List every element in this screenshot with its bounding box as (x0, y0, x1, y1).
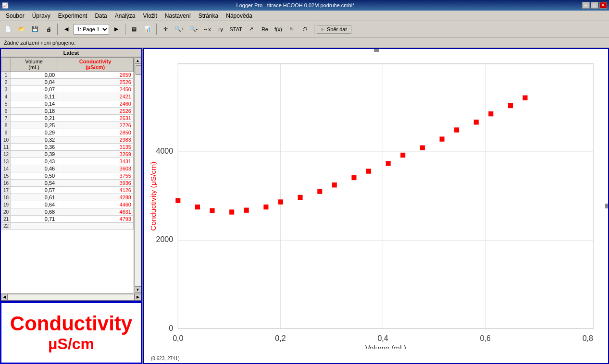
row-number: 17 (1, 187, 11, 194)
menu-nastaveni[interactable]: Nastavení (161, 12, 195, 20)
volume-cell: 0,61 (11, 194, 57, 201)
titlebar-controls[interactable]: ─ □ ✕ (582, 2, 607, 9)
scroll-left-arrow[interactable]: ◀ (1, 294, 8, 301)
back-button[interactable]: ◀ (60, 23, 73, 36)
svg-text:0,8: 0,8 (583, 334, 593, 342)
conductivity-cell: 2726 (57, 122, 134, 129)
table-row: 40,112421 (1, 93, 134, 100)
zoom-out-button[interactable]: 🔍- (187, 23, 199, 36)
crosshair-button[interactable]: ✛ (159, 23, 172, 36)
print-button[interactable]: 🖨 (42, 23, 55, 36)
conductivity-cell: 4793 (57, 216, 134, 223)
toolbar: 📄 📂 💾 🖨 ◀ 1: Page 1 ▶ ▦ 📊 ✛ 🔍+ 🔍- ↔x ↕y … (0, 21, 609, 37)
table-row: 22 (1, 223, 134, 230)
graph-button[interactable]: 📊 (141, 23, 154, 36)
menu-analyza[interactable]: Analýza (111, 12, 139, 20)
row-number: 16 (1, 180, 11, 187)
conductivity-cell (57, 223, 134, 230)
tool1-button[interactable]: ↗ (245, 23, 258, 36)
conductivity-header: Conductivity(μS/cm) (57, 58, 134, 72)
svg-text:2000: 2000 (156, 235, 173, 243)
row-number: 6 (1, 108, 11, 115)
main-content: Latest Volume(mL) Conductivity(μS/cm) 10… (0, 48, 609, 364)
row-number: 20 (1, 208, 11, 216)
minimize-button[interactable]: ─ (582, 2, 590, 9)
volume-cell: 0,71 (11, 216, 57, 223)
table-header: Latest (1, 49, 141, 57)
menu-vlozit[interactable]: Vložit (139, 12, 161, 20)
save-button[interactable]: 💾 (29, 23, 41, 36)
close-button[interactable]: ✕ (599, 2, 607, 9)
row-number: 9 (1, 129, 11, 136)
conductivity-cell: 2460 (57, 100, 134, 108)
conductivity-cell: 2631 (57, 115, 134, 122)
scroll-up-arrow[interactable]: ▲ (135, 57, 141, 64)
fit-x-button[interactable]: ↔x (200, 23, 213, 36)
conductivity-cell: 4460 (57, 201, 134, 208)
table-row: 70,212631 (1, 115, 134, 122)
data-point (488, 111, 493, 116)
collect-button[interactable]: ▶ Sběr dat (317, 25, 351, 34)
table-scrollbar[interactable]: ▲ ▼ (134, 57, 141, 293)
scroll-thumb[interactable] (136, 65, 141, 75)
menu-experiment[interactable]: Experiment (54, 12, 91, 20)
scroll-down-arrow[interactable]: ▼ (135, 286, 141, 293)
table-button[interactable]: ▦ (128, 23, 140, 36)
zoom-in-button[interactable]: 🔍+ (173, 23, 186, 36)
table-row: 150,503755 (1, 172, 134, 180)
data-point (366, 169, 371, 173)
conductivity-cell: 3269 (57, 151, 134, 158)
volume-cell: 0,14 (11, 100, 57, 108)
table-row: 20,042526 (1, 79, 134, 86)
row-number: 21 (1, 216, 11, 223)
new-button[interactable]: 📄 (2, 23, 14, 36)
table-row: 170,574126 (1, 187, 134, 194)
chart-inner: 0 2000 4000 0,0 0,2 0,4 0,6 0,8 Conducti… (144, 49, 608, 363)
tool4-button[interactable]: ≋ (286, 23, 298, 36)
timer-button[interactable]: ⏱ (299, 23, 311, 36)
data-table-container: Latest Volume(mL) Conductivity(μS/cm) 10… (0, 48, 142, 302)
table-wrapper[interactable]: Volume(mL) Conductivity(μS/cm) 10,002659… (1, 57, 134, 293)
fit-y-button[interactable]: ↕y (214, 23, 226, 36)
row-number: 22 (1, 223, 11, 230)
menu-soubor[interactable]: Soubor (2, 12, 28, 20)
volume-cell: 0,57 (11, 187, 57, 194)
svg-text:4000: 4000 (156, 146, 173, 155)
open-button[interactable]: 📂 (15, 23, 28, 36)
table-row: 180,614288 (1, 194, 134, 201)
data-point (386, 161, 391, 166)
page-select[interactable]: 1: Page 1 (74, 24, 109, 35)
menu-stranka[interactable]: Stránka (195, 12, 222, 20)
row-number: 18 (1, 194, 11, 201)
hscrollbar[interactable]: ◀ ▶ (1, 293, 141, 301)
forward-button[interactable]: ▶ (110, 23, 123, 36)
hscroll-track[interactable] (8, 294, 135, 301)
row-number: 15 (1, 172, 11, 180)
chart-area: 0 2000 4000 0,0 0,2 0,4 0,6 0,8 Conducti… (143, 48, 609, 364)
data-table: Volume(mL) Conductivity(μS/cm) 10,002659… (1, 57, 134, 230)
volume-cell: 0,68 (11, 208, 57, 216)
menu-upravy[interactable]: Úpravy (28, 12, 54, 20)
volume-cell: 0,39 (11, 151, 57, 158)
tool2-button[interactable]: Re (259, 23, 271, 36)
tool3-button[interactable]: f(x) (272, 23, 285, 36)
scroll-track[interactable] (135, 64, 141, 286)
data-point (229, 209, 234, 214)
volume-cell: 0,64 (11, 201, 57, 208)
scroll-right-arrow[interactable]: ▶ (135, 294, 141, 301)
data-point (244, 207, 249, 212)
table-row: 210,714793 (1, 216, 134, 223)
maximize-button[interactable]: □ (591, 2, 598, 9)
svg-rect-0 (178, 64, 594, 329)
menu-data[interactable]: Data (91, 12, 111, 20)
volume-cell: 0,04 (11, 79, 57, 86)
table-row: 100,322983 (1, 136, 134, 144)
row-num-header (1, 58, 11, 72)
table-row: 10,002659 (1, 72, 134, 79)
row-number: 19 (1, 201, 11, 208)
conductivity-cell: 2659 (57, 72, 134, 79)
menu-napoveda[interactable]: Nápověda (222, 12, 256, 20)
stat-button[interactable]: STAT (227, 23, 244, 36)
data-point (420, 146, 425, 150)
volume-cell: 0,36 (11, 144, 57, 151)
